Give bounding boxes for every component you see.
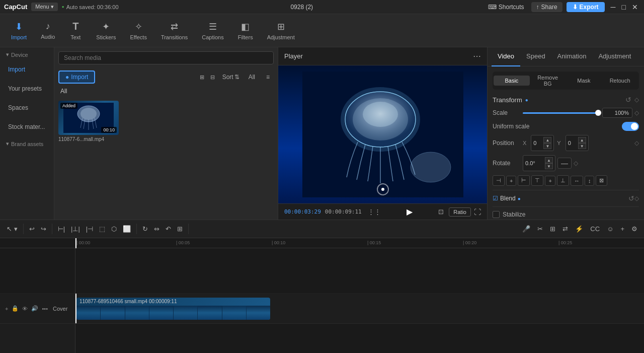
- tool-text[interactable]: T Text: [63, 18, 88, 43]
- timeline-trim-right-button[interactable]: |⊣: [84, 224, 96, 234]
- rotate-down[interactable]: ▼: [545, 163, 553, 169]
- player-viewport[interactable]: [278, 65, 487, 203]
- grid-view-button[interactable]: ⊞: [197, 73, 207, 82]
- sidebar-item-your-presets[interactable]: Your presets: [2, 80, 52, 97]
- minimize-button[interactable]: ─: [609, 3, 618, 11]
- timeline-mirror-button[interactable]: ⇔: [151, 224, 162, 234]
- transform-keyframe-button[interactable]: ◇: [634, 96, 639, 103]
- blend-reset-button[interactable]: ↺: [628, 194, 634, 202]
- tool-effects[interactable]: ✧ Effects: [124, 18, 152, 43]
- align-bottom-button[interactable]: ⊥: [557, 175, 569, 186]
- timeline-undo-button[interactable]: ↩: [27, 224, 37, 234]
- timeline-group-button[interactable]: ⊞: [175, 224, 185, 234]
- ratio-button[interactable]: Ratio: [449, 207, 471, 217]
- timeline-detach-button[interactable]: ↶: [163, 224, 174, 234]
- scale-keyframe-button[interactable]: ◇: [634, 109, 639, 116]
- track-lock-button[interactable]: 🔒: [11, 304, 20, 313]
- align-dist-v-button[interactable]: ↕: [585, 176, 595, 186]
- position-x-up[interactable]: ▲: [543, 137, 551, 143]
- timeline-redo-button[interactable]: ↪: [38, 224, 49, 234]
- rotate-up[interactable]: ▲: [545, 157, 553, 163]
- timeline-select-button[interactable]: ↖ ▾: [4, 224, 20, 234]
- fit-screen-button[interactable]: ⊡: [436, 207, 446, 217]
- timeline-trim-left-button[interactable]: ⊢|: [55, 224, 67, 234]
- blend-keyframe-button[interactable]: ◇: [634, 195, 639, 202]
- sub-tab-mask[interactable]: Mask: [566, 76, 602, 86]
- play-button[interactable]: ▶: [403, 207, 417, 217]
- search-input[interactable]: [58, 51, 274, 64]
- position-x-input[interactable]: 0 ▲ ▼: [531, 135, 554, 151]
- main-video-track[interactable]: 110877-689510466 small.mp4 00:00009:11: [75, 294, 644, 324]
- sub-tab-basic[interactable]: Basic: [494, 76, 530, 86]
- tl-caption-btn[interactable]: CC: [588, 224, 602, 234]
- timeline-delete-button[interactable]: ⬚: [97, 224, 108, 234]
- tool-stickers[interactable]: ✦ Stickers: [90, 18, 122, 43]
- tl-cut-btn[interactable]: ✂: [535, 224, 545, 234]
- scale-value-input[interactable]: 100%: [602, 108, 632, 118]
- export-button[interactable]: ⬇ Export: [567, 2, 605, 12]
- filter-all-button[interactable]: All: [245, 72, 259, 83]
- align-top-button[interactable]: ⊤: [531, 175, 543, 186]
- share-button[interactable]: ↑ Share: [531, 2, 562, 12]
- shortcuts-button[interactable]: ⌨ Shortcuts: [485, 3, 527, 12]
- uniform-scale-toggle[interactable]: [622, 122, 639, 131]
- tl-merge-btn[interactable]: ⊞: [547, 224, 558, 234]
- align-right-button[interactable]: ⊢: [518, 175, 530, 186]
- track-audio-button[interactable]: 🔊: [30, 304, 39, 313]
- timeline-split-button[interactable]: |⊥|: [68, 224, 83, 234]
- tl-settings-btn[interactable]: ⚙: [629, 224, 640, 234]
- transform-reset-button[interactable]: ↺: [625, 96, 631, 104]
- position-y-input[interactable]: 0 ▲ ▼: [566, 135, 589, 151]
- timeline-crop-button[interactable]: ⬡: [109, 224, 119, 234]
- align-left-button[interactable]: ⊣: [493, 175, 505, 186]
- tl-speed-btn[interactable]: ⚡: [573, 224, 586, 234]
- rotate-keyframe-button[interactable]: ◇: [574, 160, 578, 167]
- scale-slider[interactable]: [523, 112, 598, 114]
- tab-animation[interactable]: Animation: [551, 47, 593, 66]
- sub-tab-remove-bg[interactable]: Remove BG: [530, 73, 566, 89]
- track-visibility-button[interactable]: 👁: [21, 304, 29, 313]
- tl-emoji-btn[interactable]: ☺: [604, 224, 616, 234]
- sub-tab-retouch[interactable]: Retouch: [602, 76, 638, 86]
- filter-options-button[interactable]: ≡: [262, 72, 274, 83]
- tab-video[interactable]: Video: [492, 47, 520, 66]
- player-menu-button[interactable]: ⋯: [473, 51, 481, 61]
- position-y-up[interactable]: ▲: [578, 137, 586, 143]
- fullscreen-button[interactable]: ⛶: [474, 208, 481, 216]
- align-center-h-button[interactable]: +: [506, 176, 516, 186]
- sort-button[interactable]: Sort ⇅: [220, 72, 242, 83]
- tl-add-btn[interactable]: +: [618, 224, 627, 234]
- tool-audio[interactable]: ♪ Audio: [35, 18, 61, 43]
- tool-import[interactable]: ⬇ Import: [5, 18, 33, 43]
- close-button[interactable]: ✕: [630, 3, 640, 11]
- timecode-display-button[interactable]: ⋮⋮: [366, 207, 383, 217]
- sidebar-item-stock-materials[interactable]: Stock mater...: [2, 118, 52, 135]
- sidebar-item-import[interactable]: Import: [2, 61, 52, 78]
- rotate-flip-button[interactable]: —: [557, 158, 572, 169]
- track-more-button[interactable]: •••: [41, 304, 49, 313]
- tool-adjustment[interactable]: ⊞ Adjustment: [261, 18, 301, 43]
- import-active-button[interactable]: ● Import: [58, 70, 95, 84]
- tool-filters[interactable]: ◧ Filters: [232, 18, 259, 43]
- tool-captions[interactable]: ☰ Captions: [196, 18, 229, 43]
- align-full-button[interactable]: ⊠: [596, 175, 607, 186]
- position-keyframe-button[interactable]: ◇: [634, 139, 639, 147]
- tab-speed[interactable]: Speed: [520, 47, 551, 66]
- list-item[interactable]: Added 00:10 110877-6...mall.mp4: [58, 101, 119, 142]
- tab-adjustment[interactable]: Adjustment: [592, 47, 637, 66]
- sidebar-section-brand-assets[interactable]: ▾ Brand assets: [0, 136, 54, 149]
- tool-transitions[interactable]: ⇄ Transitions: [155, 18, 194, 43]
- rotate-value-input[interactable]: 0.0° ▲ ▼: [523, 155, 555, 171]
- tl-clip-1[interactable]: 110877-689510466 small.mp4 00:00009:11: [76, 298, 270, 320]
- menu-button[interactable]: Menu ▾: [31, 3, 58, 11]
- sidebar-section-device[interactable]: ▾ Device: [0, 47, 54, 60]
- position-x-down[interactable]: ▼: [543, 143, 551, 149]
- blend-checkbox[interactable]: ☑: [493, 195, 498, 202]
- timeline-frame-button[interactable]: ⬜: [120, 224, 133, 234]
- align-dist-h-button[interactable]: ↔: [571, 176, 583, 186]
- timeline-loop-button[interactable]: ↻: [140, 224, 150, 234]
- list-view-button[interactable]: ⊟: [208, 73, 217, 82]
- align-center-v-button[interactable]: +: [545, 176, 555, 186]
- stabilize-checkbox[interactable]: [493, 211, 500, 218]
- maximize-button[interactable]: □: [620, 3, 628, 11]
